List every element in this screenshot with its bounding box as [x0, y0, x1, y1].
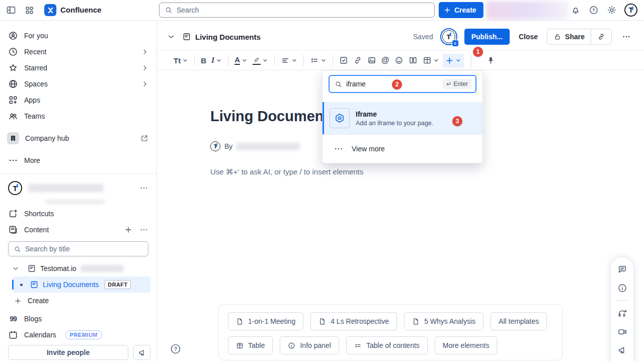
share-button[interactable]: Share — [547, 29, 591, 44]
global-search[interactable] — [159, 3, 435, 18]
space-more-icon[interactable] — [139, 184, 148, 193]
plus-icon — [14, 297, 22, 305]
insert-element-button[interactable] — [443, 54, 464, 67]
title-search-input[interactable] — [25, 245, 143, 253]
comments-icon[interactable] — [617, 262, 627, 276]
content-more-icon[interactable] — [139, 225, 148, 234]
grid-plus-icon — [8, 95, 18, 105]
table-insert-button[interactable] — [420, 53, 442, 67]
details-info-icon[interactable] — [617, 281, 627, 295]
page-icon — [182, 32, 191, 41]
collapse-sidebar-icon[interactable] — [5, 4, 17, 16]
add-content-icon[interactable] — [124, 226, 132, 234]
insert-info-panel-button[interactable]: Info panel — [280, 336, 339, 354]
editor-placeholder[interactable]: Use ⌘+' to ask AI, or type / to insert e… — [210, 167, 363, 176]
template-1on1-button[interactable]: 1-on-1 Meeting — [228, 312, 303, 330]
text-style-button[interactable]: Tt — [171, 54, 191, 67]
sidebar-item-calendars[interactable]: Calendars PREMIUM — [0, 327, 156, 343]
template-4ls-button[interactable]: 4 Ls Retrospective — [310, 312, 397, 330]
italic-button[interactable]: I — [209, 53, 224, 67]
confluence-logo[interactable] — [44, 4, 56, 16]
sidebar-item-spaces[interactable]: Spaces — [0, 76, 156, 92]
sidebar-item-content[interactable]: Content — [0, 222, 156, 238]
image-icon[interactable] — [365, 53, 379, 67]
publish-button[interactable]: Publish... — [464, 29, 510, 45]
plus-icon — [444, 7, 451, 14]
notifications-icon[interactable] — [570, 4, 582, 16]
bullet-list-icon — [310, 56, 319, 65]
global-search-input[interactable] — [177, 6, 429, 14]
mention-icon[interactable]: @ — [379, 53, 392, 67]
page-icon — [30, 280, 39, 289]
sidebar-item-teams[interactable]: Teams — [0, 108, 156, 124]
more-elements-button[interactable]: More elements — [435, 336, 498, 354]
main-content: Living Documents Saved T c Publish... Cl… — [157, 21, 644, 362]
content-tree: Testomat.io Living Documents DRAFT Creat… — [0, 261, 156, 308]
list-button[interactable] — [307, 53, 329, 67]
sidebar-item-apps[interactable]: Apps — [0, 92, 156, 108]
feedback-megaphone-icon[interactable] — [617, 343, 627, 357]
close-button[interactable]: Close — [517, 33, 540, 41]
page-more-icon[interactable] — [619, 29, 634, 45]
bold-button[interactable]: B — [198, 54, 209, 67]
tree-create-button[interactable]: Create — [0, 294, 156, 308]
sidebar-item-shortcuts[interactable]: Shortcuts — [0, 206, 156, 222]
search-icon — [165, 6, 173, 14]
sidebar-item-for-you[interactable]: For you — [0, 28, 156, 44]
link-icon[interactable] — [351, 53, 365, 67]
task-checkbox-icon[interactable] — [337, 53, 351, 67]
align-button[interactable] — [278, 53, 300, 67]
byline: T By — [210, 141, 300, 151]
topbar: Confluence Create ? T — [0, 0, 644, 21]
document-title[interactable]: Living Documents — [210, 108, 337, 125]
highlight-button[interactable] — [250, 54, 271, 67]
sidebar-item-company-hub[interactable]: Company hub — [0, 130, 156, 146]
user-avatar[interactable]: T — [624, 4, 637, 17]
annotation-badge-3: 3 — [452, 116, 462, 126]
insert-table-button[interactable]: Table — [228, 336, 273, 354]
listen-headphones-icon[interactable] — [617, 306, 627, 320]
chevron-down-icon[interactable] — [167, 33, 175, 41]
sidebar-item-recent[interactable]: Recent — [0, 44, 156, 60]
tree-label-redacted — [80, 265, 124, 272]
tree-item-living-documents[interactable]: Living Documents DRAFT — [13, 277, 150, 293]
space-subtitle-redacted — [45, 200, 105, 204]
video-icon[interactable] — [617, 325, 627, 338]
invite-people-button[interactable]: Invite people — [8, 345, 128, 360]
all-templates-button[interactable]: All templates — [491, 312, 547, 330]
tree-item-space-root[interactable]: Testomat.io — [0, 261, 156, 276]
insert-search[interactable]: ↵Enter — [329, 75, 476, 93]
chevron-down-icon[interactable] — [12, 265, 19, 272]
iframe-icon — [330, 108, 350, 128]
sidebar-item-starred[interactable]: Starred — [0, 60, 156, 76]
help-icon[interactable]: ? — [588, 4, 600, 16]
external-link-icon — [140, 134, 148, 142]
author-avatar: T — [210, 141, 220, 151]
layout-columns-icon[interactable] — [406, 53, 420, 67]
return-arrow-icon: ↵ — [446, 80, 451, 87]
insert-toc-button[interactable]: Table of contents — [346, 336, 428, 354]
create-button[interactable]: Create — [439, 2, 484, 18]
view-more-button[interactable]: View more — [323, 135, 482, 163]
sidebar: For you Recent Starred Spaces Apps Teams — [0, 21, 157, 362]
sidebar-item-more[interactable]: More — [0, 152, 156, 168]
pin-toolbar-icon[interactable] — [484, 54, 498, 67]
highlighter-icon — [253, 56, 261, 65]
collaborator-avatar[interactable]: T c — [440, 28, 457, 45]
space-header[interactable]: T — [0, 178, 156, 198]
template-5whys-button[interactable]: 5 Whys Analysis — [404, 312, 484, 330]
help-fab-icon[interactable]: ? — [170, 343, 182, 355]
megaphone-icon[interactable] — [133, 345, 150, 360]
settings-gear-icon[interactable] — [606, 4, 618, 16]
copy-link-icon[interactable] — [591, 29, 611, 44]
page-icon — [412, 318, 420, 325]
sidebar-item-blogs[interactable]: 99 Blogs — [0, 311, 156, 327]
building-icon — [7, 132, 19, 144]
author-name-redacted — [236, 143, 300, 150]
app-switcher-icon[interactable] — [23, 4, 35, 16]
text-color-button[interactable]: A — [232, 53, 250, 67]
table-icon — [423, 56, 432, 65]
emoji-icon[interactable] — [392, 53, 406, 67]
title-search[interactable] — [8, 241, 148, 256]
content-pages-icon — [8, 225, 18, 235]
